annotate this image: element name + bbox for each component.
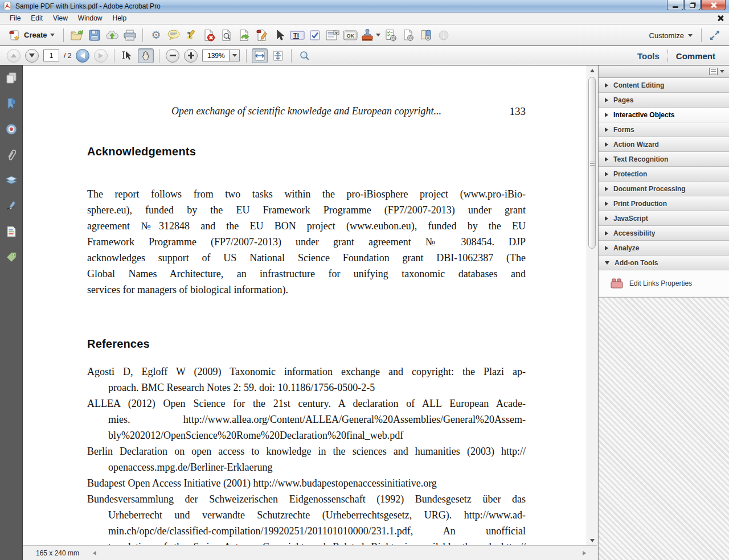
menu-edit[interactable]: Edit [26, 13, 48, 23]
panel-item-content-editing[interactable]: Content Editing [599, 78, 729, 93]
chevron-right-icon [605, 157, 608, 162]
next-view-button[interactable] [94, 49, 108, 63]
ok-button-field-button[interactable]: OK [342, 27, 358, 43]
restore-icon [690, 3, 695, 8]
scrollbar-thumb[interactable] [588, 77, 596, 249]
panel-item-interactive-objects[interactable]: Interactive Objects [599, 108, 729, 122]
panel-item-forms[interactable]: Forms [599, 122, 729, 137]
preferences-button[interactable]: ⚙ [148, 27, 163, 43]
references-list: Agosti D, Egloff W (2009) Taxonomic info… [87, 364, 526, 545]
info-icon: i [438, 30, 449, 41]
panel-item-accessibility[interactable]: Accessibility [599, 226, 729, 241]
book-settings-button[interactable] [418, 27, 433, 43]
create-icon [9, 30, 21, 41]
printer-icon [123, 29, 137, 42]
dropdown-field-button[interactable] [325, 27, 340, 43]
close-button[interactable] [701, 0, 726, 10]
panel-tool-edit-links-properties[interactable]: Edit Links Properties [599, 270, 729, 297]
edit-page-icon [256, 29, 268, 42]
restore-button[interactable] [684, 0, 701, 10]
marquee-zoom-button[interactable] [297, 48, 312, 63]
chevron-down-icon[interactable] [720, 70, 724, 73]
menu-file[interactable]: File [5, 13, 26, 23]
panel-item-text-recognition[interactable]: Text Recognition [599, 152, 729, 167]
panel-item-print-production[interactable]: Print Production [599, 196, 729, 211]
panel-item-add-on-tools[interactable]: Add-on Tools [599, 256, 729, 270]
previous-view-button[interactable] [76, 49, 89, 63]
fit-width-button[interactable] [252, 48, 268, 63]
create-button[interactable]: Create [5, 28, 59, 43]
next-page-button[interactable] [25, 49, 39, 63]
acrobat-app-icon [3, 2, 12, 11]
scroll-right-icon[interactable] [583, 551, 586, 555]
panel-item-action-wizard[interactable]: Action Wizard [599, 137, 729, 152]
export-page-button[interactable] [236, 27, 252, 43]
hand-tool-button[interactable] [138, 48, 154, 63]
page-settings-icon [402, 29, 415, 42]
menu-window[interactable]: Window [73, 13, 108, 23]
select-object-button[interactable] [272, 27, 287, 43]
panel-header [599, 65, 729, 78]
checklist-settings-button[interactable] [383, 27, 398, 43]
text-field-button[interactable]: TI [289, 27, 305, 43]
scroll-left-icon[interactable] [93, 551, 96, 555]
layers-icon[interactable] [5, 174, 18, 187]
zoom-level-value[interactable]: 139% [202, 50, 230, 61]
navigation-pane-sidebar [0, 65, 23, 560]
chevron-right-icon [605, 216, 608, 221]
delete-page-button[interactable] [201, 27, 216, 43]
scroll-up-button[interactable] [587, 65, 597, 75]
page-number-input[interactable] [43, 50, 59, 61]
reference-entry: Agosti D, Egloff W (2009) Taxonomic info… [87, 364, 526, 396]
tools-pane-tab[interactable]: Tools [629, 49, 667, 63]
zoom-dropdown-button[interactable] [230, 50, 240, 61]
open-file-button[interactable] [69, 27, 84, 43]
fit-page-button[interactable] [270, 48, 286, 63]
chevron-down-icon [605, 261, 609, 265]
comment-button[interactable] [166, 27, 181, 43]
bookmarks-icon[interactable] [5, 97, 18, 110]
signatures-icon[interactable] [5, 199, 18, 213]
acknowledgements-paragraph: The report follows from two tasks within… [87, 186, 526, 298]
destinations-icon[interactable] [5, 122, 18, 136]
page-thumbnails-icon[interactable] [5, 71, 18, 85]
pdf-page[interactable]: Open exchange of scientific knowledge an… [23, 65, 587, 545]
panel-options-icon[interactable] [709, 68, 718, 75]
menu-view[interactable]: View [48, 13, 73, 23]
scroll-down-button[interactable] [587, 536, 597, 545]
text-field-icon: TI [290, 30, 305, 41]
select-tool-button[interactable] [120, 48, 136, 63]
highlight-text-button[interactable]: T [183, 27, 199, 43]
attachments-icon[interactable] [5, 148, 18, 162]
previous-page-button[interactable] [7, 49, 21, 63]
panel-item-document-processing[interactable]: Document Processing [599, 182, 729, 196]
panel-item-protection[interactable]: Protection [599, 167, 729, 182]
close-document-icon[interactable] [716, 14, 724, 22]
stamp-button[interactable] [360, 27, 380, 43]
edit-page-button[interactable] [254, 27, 269, 43]
reference-entry: Budapest Open Access Initiative (2001) h… [87, 475, 526, 491]
toggle-toolbar-button[interactable] [707, 28, 722, 43]
page-settings-button[interactable] [400, 27, 416, 43]
upload-cloud-icon [105, 29, 119, 42]
vertical-scrollbar[interactable] [587, 65, 597, 545]
comment-pane-tab[interactable]: Comment [667, 49, 723, 63]
chevron-right-icon [605, 172, 608, 176]
checkbox-field-button[interactable] [307, 27, 322, 43]
minimize-button[interactable] [667, 0, 683, 10]
info-button[interactable]: i [436, 27, 451, 43]
panel-item-javascript[interactable]: JavaScript [599, 211, 729, 226]
tags-icon[interactable] [5, 250, 18, 264]
menu-help[interactable]: Help [108, 13, 132, 23]
panel-item-analyze[interactable]: Analyze [599, 241, 729, 256]
search-page-button[interactable] [219, 27, 234, 43]
panel-item-pages[interactable]: Pages [599, 93, 729, 108]
zoom-in-button[interactable] [184, 49, 198, 63]
chevron-down-icon [232, 54, 237, 57]
zoom-out-button[interactable] [166, 49, 179, 63]
content-order-icon[interactable] [5, 225, 18, 238]
save-file-button[interactable] [87, 27, 102, 43]
upload-cloud-button[interactable] [104, 27, 120, 43]
customize-button[interactable]: Customize [645, 29, 697, 42]
print-button[interactable] [122, 27, 137, 43]
